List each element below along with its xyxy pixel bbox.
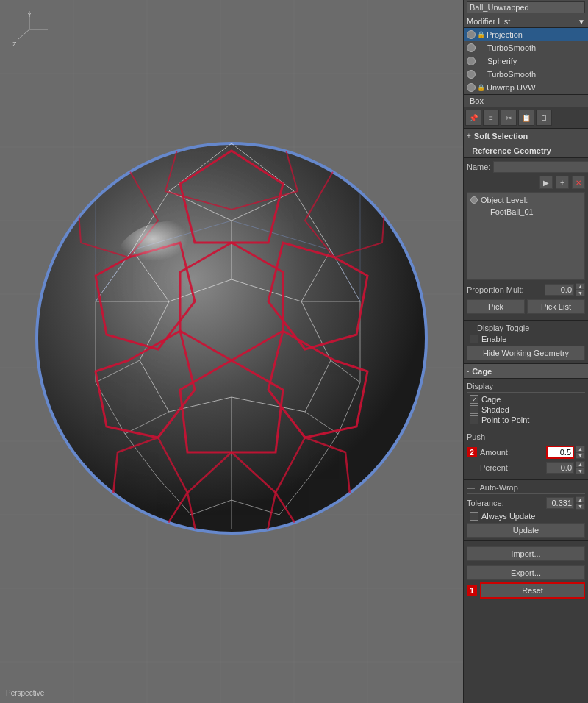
- proportion-mult-input[interactable]: [545, 284, 574, 296]
- point-to-point-checkbox[interactable]: [470, 415, 478, 424]
- object-name-bar: [464, 0, 588, 15]
- percent-spinner: ▲ ▼: [576, 461, 585, 474]
- reset-row: 1 Reset: [467, 582, 585, 599]
- object-level-dot: [470, 196, 478, 204]
- percent-row: Percent: ▲ ▼: [467, 461, 585, 474]
- paste-btn[interactable]: 📋: [518, 110, 534, 126]
- modifier-item-unwrap-uvw[interactable]: 🔒 Unwrap UVW: [464, 81, 588, 94]
- reference-geometry-title: Reference Geometry: [472, 146, 551, 155]
- pick-list-button[interactable]: Pick List: [527, 299, 585, 314]
- modifier-name-turbosmooth-1: TurboSmooth: [487, 43, 536, 52]
- amount-label: Amount:: [480, 448, 545, 457]
- viewport-perspective-label: Perspective: [6, 689, 44, 697]
- modifier-list-header[interactable]: Modifier List ▼: [464, 15, 588, 28]
- object-level-label: Object Level:: [481, 196, 528, 204]
- viewport-area[interactable]: X Y Z: [0, 0, 463, 703]
- proportion-spin-down[interactable]: ▼: [576, 290, 585, 296]
- cage-display-label: Display: [467, 382, 585, 393]
- amount-spin-down[interactable]: ▼: [576, 452, 585, 459]
- push-label: Push: [467, 432, 585, 443]
- modifier-item-projection[interactable]: 🔒 Projection: [464, 28, 588, 41]
- autowrap-border: —: [467, 483, 475, 492]
- football-item[interactable]: — FootBall_01: [469, 206, 583, 218]
- enable-checkbox-row: Enable: [467, 335, 585, 343]
- pick-button-row: Pick Pick List: [467, 299, 585, 314]
- tolerance-row: Tolerance: ▲ ▼: [467, 496, 585, 510]
- cage-checkbox-label: Cage: [481, 395, 501, 404]
- ref-geom-name-input[interactable]: [493, 161, 588, 173]
- soft-selection-title: Soft Selection: [474, 132, 528, 140]
- reset-badge: 1: [467, 585, 477, 596]
- pick-button[interactable]: Pick: [467, 299, 525, 314]
- soft-selection-header[interactable]: + Soft Selection: [464, 129, 588, 143]
- cage-section-title: Cage: [472, 367, 492, 376]
- cut-btn[interactable]: ✂: [501, 110, 517, 126]
- enable-checkbox[interactable]: [470, 335, 478, 343]
- autowrap-header: — Auto-Wrap: [467, 483, 585, 494]
- amount-spin-up[interactable]: ▲: [576, 446, 585, 452]
- amount-badge: 2: [467, 447, 477, 457]
- lock-icon-projection: 🔒: [477, 31, 485, 38]
- bottom-buttons: Import... Export... 1 Reset: [464, 541, 588, 602]
- display-toggle-section: — Display Toggle Enable Hide Working Geo…: [464, 321, 588, 364]
- object-name-input[interactable]: [467, 1, 585, 13]
- amount-spinner: ▲ ▼: [576, 446, 585, 459]
- eye-icon-projection[interactable]: [467, 30, 476, 39]
- export-button[interactable]: Export...: [467, 565, 585, 580]
- amount-input[interactable]: [546, 446, 574, 459]
- tolerance-spinner: ▲ ▼: [576, 496, 585, 510]
- ref-geom-object-list: Object Level: — FootBall_01: [467, 192, 585, 280]
- pin-btn[interactable]: 📌: [465, 110, 481, 126]
- display-toggle-header: — Display Toggle: [467, 324, 585, 332]
- modifier-item-turbosmooth-2[interactable]: TurboSmooth: [464, 68, 588, 81]
- import-button[interactable]: Import...: [467, 546, 585, 561]
- shaded-checkbox[interactable]: [470, 405, 478, 414]
- point-to-point-checkbox-row: Point to Point: [467, 415, 585, 424]
- display-toggle-label: Display Toggle: [477, 324, 529, 332]
- reference-geometry-header[interactable]: - Reference Geometry: [464, 143, 588, 158]
- football-dash: —: [479, 207, 487, 216]
- always-update-checkbox[interactable]: [470, 512, 478, 521]
- modifier-stack: 🔒 Projection TurboSmooth Spherify TurboS…: [464, 28, 588, 95]
- percent-spin-down[interactable]: ▼: [576, 468, 585, 474]
- modifier-options-btn[interactable]: ≡: [483, 110, 499, 126]
- svg-point-80: [118, 221, 235, 294]
- always-update-label: Always Update: [481, 512, 535, 521]
- cage-section-toggle[interactable]: -: [467, 367, 469, 375]
- autowrap-section: — Auto-Wrap Tolerance: ▲ ▼ Always Update…: [464, 480, 588, 541]
- ref-geom-arrow-btn[interactable]: ▶: [539, 176, 553, 189]
- shaded-checkbox-label: Shaded: [481, 405, 509, 414]
- cage-checkbox[interactable]: ✓: [470, 395, 478, 404]
- hide-working-geometry-btn[interactable]: Hide Working Geometry: [467, 346, 585, 360]
- modifier-name-turbosmooth-2: TurboSmooth: [487, 70, 536, 79]
- update-button[interactable]: Update: [467, 523, 585, 538]
- soft-selection-toggle[interactable]: +: [467, 132, 471, 140]
- tolerance-spin-down[interactable]: ▼: [576, 503, 585, 510]
- tolerance-input[interactable]: [546, 497, 574, 509]
- eye-icon-turbosmooth-1[interactable]: [467, 43, 476, 52]
- ref-geom-remove-btn[interactable]: ✕: [572, 176, 585, 189]
- reference-geometry-toggle[interactable]: -: [467, 146, 469, 154]
- cage-checkbox-mark: ✓: [472, 396, 477, 403]
- modifier-item-turbosmooth-1[interactable]: TurboSmooth: [464, 41, 588, 54]
- modifier-name-projection: Projection: [487, 30, 523, 39]
- proportion-mult-label: Proportion Mult:: [467, 285, 543, 294]
- make-unique-btn[interactable]: 🗒: [536, 110, 552, 126]
- cage-display-section: Display ✓ Cage Shaded Point to Point: [464, 379, 588, 429]
- reset-button[interactable]: Reset: [480, 582, 585, 599]
- proportion-spin-up[interactable]: ▲: [576, 283, 585, 290]
- eye-icon-spherify[interactable]: [467, 57, 476, 65]
- modifier-item-spherify[interactable]: Spherify: [464, 54, 588, 68]
- percent-input[interactable]: [546, 462, 574, 474]
- enable-checkbox-label: Enable: [481, 335, 506, 343]
- modifier-list-dropdown-arrow[interactable]: ▼: [578, 18, 585, 26]
- cage-section-header[interactable]: - Cage: [464, 364, 588, 379]
- eye-icon-unwrap-uvw[interactable]: [467, 83, 476, 92]
- ref-geom-name-label: Name:: [467, 163, 490, 171]
- eye-icon-turbosmooth-2[interactable]: [467, 70, 476, 79]
- cage-checkbox-row: ✓ Cage: [467, 395, 585, 404]
- tolerance-spin-up[interactable]: ▲: [576, 496, 585, 503]
- ref-geom-add-btn[interactable]: +: [556, 176, 569, 189]
- percent-label: Percent:: [480, 463, 545, 472]
- percent-spin-up[interactable]: ▲: [576, 461, 585, 468]
